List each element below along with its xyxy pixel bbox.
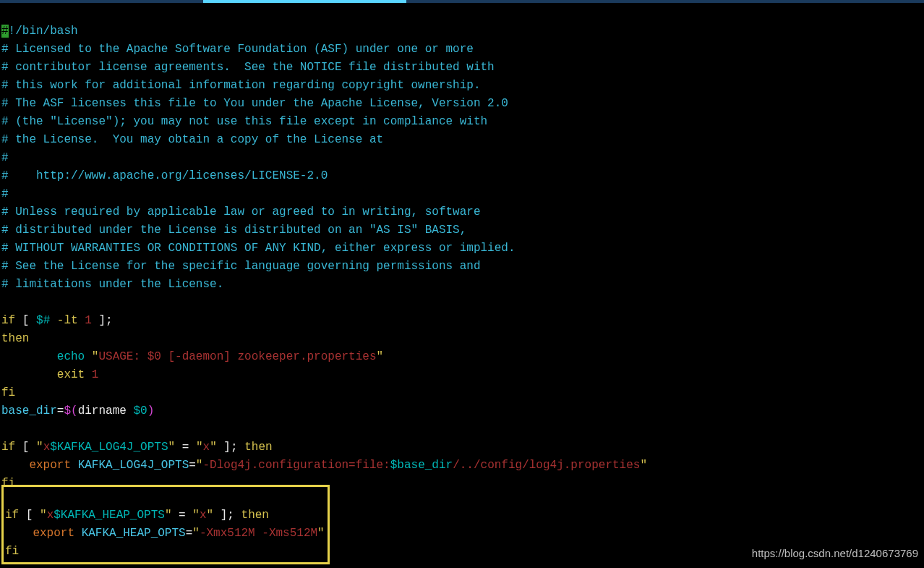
export-line-2: export KAFKA_HEAP_OPTS="-Xmx512M -Xms512… (5, 527, 325, 540)
if-line-3: if [ "x$KAFKA_HEAP_OPTS" = "x" ]; then (5, 509, 269, 522)
comment-line: # distributed under the License is distr… (1, 224, 466, 237)
comment-line: # http://www.apache.org/licenses/LICENSE… (1, 169, 328, 182)
shebang-hash: # (1, 25, 9, 38)
fi-keyword: fi (5, 545, 19, 558)
highlighted-code-block: if [ "x$KAFKA_HEAP_OPTS" = "x" ]; then e… (1, 485, 330, 564)
shebang-rest: !/bin/bash (9, 25, 78, 38)
comment-line: # WITHOUT WARRANTIES OR CONDITIONS OF AN… (1, 242, 516, 255)
comment-line: # contributor license agreements. See th… (1, 61, 495, 74)
comment-line: # Unless required by applicable law or a… (1, 205, 481, 219)
comment-line: # See the License for the specific langu… (1, 260, 481, 273)
echo-line: echo "USAGE: $0 [-daemon] zookeeper.prop… (1, 350, 383, 363)
basedir-line: base_dir=$(dirname $0) (1, 404, 154, 417)
then-keyword: then (1, 332, 29, 345)
comment-line: # (1, 151, 9, 164)
fi-keyword: fi (1, 386, 15, 399)
comment-line: # the License. You may obtain a copy of … (1, 133, 383, 146)
export-line: export KAFKA_LOG4J_OPTS="-Dlog4j.configu… (1, 459, 647, 472)
comment-line: # limitations under the License. (1, 278, 223, 291)
comment-line: # (1, 187, 9, 200)
if-line: if [ $# -lt 1 ]; (1, 314, 113, 327)
window-tab-strip (0, 0, 924, 3)
code-viewer: #!/bin/bash # Licensed to the Apache Sof… (1, 4, 647, 493)
watermark-text: https://blog.csdn.net/d1240673769 (752, 544, 918, 562)
comment-line: # this work for additional information r… (1, 79, 481, 92)
comment-line: # The ASF licenses this file to You unde… (1, 97, 508, 110)
exit-line: exit 1 (1, 368, 98, 381)
comment-line: # Licensed to the Apache Software Founda… (1, 43, 474, 56)
if-line-2: if [ "x$KAFKA_LOG4J_OPTS" = "x" ]; then (1, 441, 273, 454)
shebang-line: #!/bin/bash (1, 25, 78, 38)
comment-line: # (the "License"); you may not use this … (1, 115, 487, 128)
